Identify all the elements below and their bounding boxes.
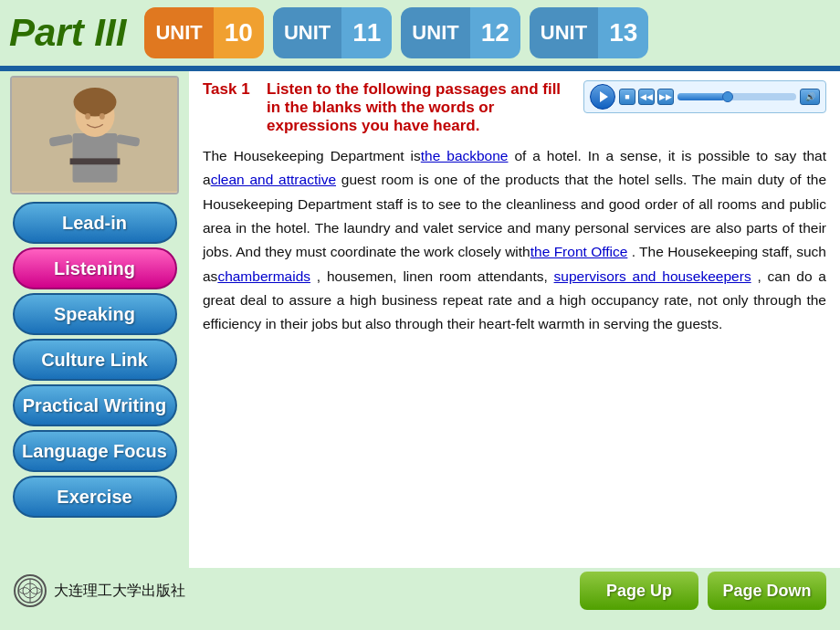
audio-controls: ■ ◀◀ ▶▶: [619, 89, 674, 105]
publisher-name: 大连理工大学出版社: [54, 582, 185, 601]
unit-tab-10[interactable]: UNIT 10: [144, 7, 263, 58]
unit-number-12: 12: [470, 7, 520, 58]
part-title: Part III: [9, 11, 126, 55]
next-button[interactable]: ▶▶: [657, 89, 674, 105]
blank-2: clean and attractive: [211, 172, 336, 187]
play-icon: [600, 91, 608, 102]
progress-bar[interactable]: [677, 93, 796, 100]
sidebar: Lead-in Listening Speaking Culture Link …: [0, 71, 189, 568]
svg-point-4: [74, 88, 117, 116]
blank-3: the Front Office: [530, 244, 628, 259]
exercise-button[interactable]: Exercise: [13, 476, 177, 518]
progress-thumb: [722, 91, 733, 102]
task-instruction: Listen to the following passages and fil…: [267, 80, 574, 135]
footer: 大连理工大学出版社 Page Up Page Down: [0, 568, 840, 614]
lead-in-button[interactable]: Lead-in: [13, 202, 177, 244]
speaking-button[interactable]: Speaking: [13, 293, 177, 335]
page-down-button[interactable]: Page Down: [708, 572, 826, 610]
page-up-button[interactable]: Page Up: [580, 572, 698, 610]
content-area: ■ ◀◀ ▶▶ 🔊 Task 1 Listen to the following…: [189, 71, 840, 568]
unit-tab-13[interactable]: UNIT 13: [530, 7, 648, 58]
blank-1: the backbone: [421, 148, 509, 163]
language-focus-button[interactable]: Language Focus: [13, 430, 177, 472]
unit-tab-11[interactable]: UNIT 11: [273, 7, 392, 58]
task-header: Task 1 Listen to the following passages …: [203, 80, 574, 135]
main-layout: Lead-in Listening Speaking Culture Link …: [0, 71, 840, 568]
header: Part III UNIT 10 UNIT 11 UNIT 12 UNIT 13: [0, 0, 840, 66]
unit-label-13: UNIT: [530, 7, 598, 58]
publisher-logo: 大连理工大学出版社: [14, 574, 185, 607]
passage-text: The Housekeeping Department isthe backbo…: [203, 144, 826, 337]
passage-part-1: The Housekeeping Department is: [203, 148, 421, 163]
culture-link-button[interactable]: Culture Link: [13, 339, 177, 381]
stop-button[interactable]: ■: [619, 89, 635, 105]
unit-label-11: UNIT: [273, 7, 341, 58]
svg-rect-2: [70, 158, 121, 164]
svg-point-5: [85, 113, 90, 120]
task-number: Task 1: [203, 80, 267, 99]
unit-number-10: 10: [214, 7, 264, 58]
unit-label-12: UNIT: [401, 7, 469, 58]
blank-5: supervisors and housekeepers: [554, 268, 751, 284]
prev-button[interactable]: ◀◀: [638, 89, 655, 105]
unit-label-10: UNIT: [144, 7, 213, 58]
volume-button[interactable]: 🔊: [800, 89, 820, 105]
publisher-logo-icon: [14, 574, 47, 607]
unit-number-13: 13: [598, 7, 648, 58]
practical-writing-button[interactable]: Practical Writing: [13, 384, 177, 426]
unit-tab-12[interactable]: UNIT 12: [401, 7, 520, 58]
play-button[interactable]: [590, 84, 615, 110]
svg-rect-1: [73, 133, 118, 183]
passage-part-5: , housemen, linen room attendants,: [310, 268, 554, 284]
audio-player[interactable]: ■ ◀◀ ▶▶ 🔊: [583, 80, 826, 113]
svg-point-6: [100, 113, 105, 120]
progress-fill: [677, 93, 725, 100]
listening-button[interactable]: Listening: [13, 247, 177, 289]
blank-4: chambermaids: [217, 268, 310, 284]
unit-number-11: 11: [341, 7, 392, 58]
avatar: [10, 76, 179, 194]
page-navigation: Page Up Page Down: [580, 572, 826, 610]
